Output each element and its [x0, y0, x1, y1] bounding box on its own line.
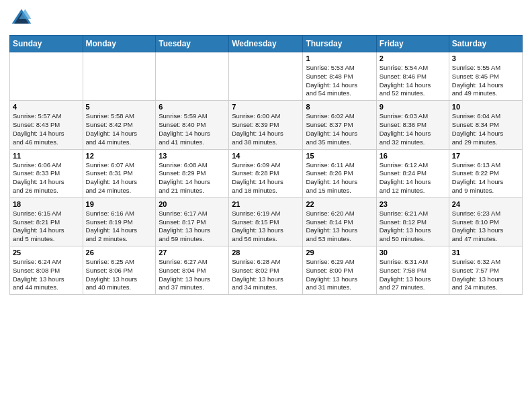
col-header-friday: Friday — [376, 36, 449, 52]
day-cell: 27Sunrise: 6:27 AM Sunset: 8:04 PM Dayli… — [156, 246, 229, 295]
day-info: Sunrise: 5:53 AM Sunset: 8:48 PM Dayligh… — [306, 64, 373, 98]
day-cell: 20Sunrise: 6:17 AM Sunset: 8:17 PM Dayli… — [156, 197, 229, 246]
col-header-tuesday: Tuesday — [156, 36, 229, 52]
day-cell: 7Sunrise: 6:00 AM Sunset: 8:39 PM Daylig… — [229, 101, 303, 149]
day-cell: 10Sunrise: 6:04 AM Sunset: 8:34 PM Dayli… — [449, 101, 522, 149]
day-info: Sunrise: 6:13 AM Sunset: 8:22 PM Dayligh… — [452, 161, 519, 195]
day-info: Sunrise: 6:23 AM Sunset: 8:10 PM Dayligh… — [452, 210, 519, 244]
day-cell: 26Sunrise: 6:25 AM Sunset: 8:06 PM Dayli… — [83, 246, 156, 295]
day-cell: 28Sunrise: 6:28 AM Sunset: 8:02 PM Dayli… — [229, 246, 303, 295]
day-number: 27 — [159, 248, 226, 257]
day-cell: 31Sunrise: 6:32 AM Sunset: 7:57 PM Dayli… — [449, 246, 522, 295]
day-number: 22 — [306, 200, 373, 208]
col-header-saturday: Saturday — [449, 36, 522, 52]
day-cell: 22Sunrise: 6:20 AM Sunset: 8:14 PM Dayli… — [303, 197, 376, 246]
day-cell: 4Sunrise: 5:57 AM Sunset: 8:43 PM Daylig… — [10, 101, 83, 149]
day-number: 10 — [452, 103, 519, 111]
day-info: Sunrise: 6:09 AM Sunset: 8:28 PM Dayligh… — [232, 161, 300, 195]
day-number: 6 — [159, 103, 226, 111]
day-info: Sunrise: 6:16 AM Sunset: 8:19 PM Dayligh… — [86, 210, 153, 244]
week-row-2: 4Sunrise: 5:57 AM Sunset: 8:43 PM Daylig… — [10, 101, 523, 149]
logo — [9, 7, 36, 31]
header — [9, 7, 523, 31]
day-number: 12 — [86, 152, 153, 160]
day-cell — [10, 52, 83, 101]
day-number: 23 — [380, 200, 446, 208]
day-info: Sunrise: 6:25 AM Sunset: 8:06 PM Dayligh… — [86, 258, 153, 292]
day-cell: 16Sunrise: 6:12 AM Sunset: 8:24 PM Dayli… — [376, 149, 449, 197]
day-cell — [156, 52, 229, 101]
col-header-wednesday: Wednesday — [229, 36, 303, 52]
day-number: 14 — [232, 152, 300, 160]
week-row-3: 11Sunrise: 6:06 AM Sunset: 8:33 PM Dayli… — [10, 149, 523, 197]
day-cell: 29Sunrise: 6:29 AM Sunset: 8:00 PM Dayli… — [303, 246, 376, 295]
day-cell: 24Sunrise: 6:23 AM Sunset: 8:10 PM Dayli… — [449, 197, 522, 246]
day-number: 13 — [159, 152, 226, 160]
day-cell: 1Sunrise: 5:53 AM Sunset: 8:48 PM Daylig… — [303, 52, 376, 101]
calendar-header-row: SundayMondayTuesdayWednesdayThursdayFrid… — [10, 36, 523, 52]
day-number: 4 — [13, 103, 80, 111]
day-info: Sunrise: 6:20 AM Sunset: 8:14 PM Dayligh… — [306, 210, 373, 244]
day-cell: 25Sunrise: 6:24 AM Sunset: 8:08 PM Dayli… — [10, 246, 83, 295]
day-info: Sunrise: 6:08 AM Sunset: 8:29 PM Dayligh… — [159, 161, 226, 195]
week-row-5: 25Sunrise: 6:24 AM Sunset: 8:08 PM Dayli… — [10, 246, 523, 295]
day-info: Sunrise: 6:17 AM Sunset: 8:17 PM Dayligh… — [159, 210, 226, 244]
day-cell: 21Sunrise: 6:19 AM Sunset: 8:15 PM Dayli… — [229, 197, 303, 246]
day-info: Sunrise: 6:21 AM Sunset: 8:12 PM Dayligh… — [380, 210, 446, 244]
day-info: Sunrise: 6:27 AM Sunset: 8:04 PM Dayligh… — [159, 258, 226, 292]
day-number: 2 — [380, 54, 446, 62]
day-info: Sunrise: 5:59 AM Sunset: 8:40 PM Dayligh… — [159, 112, 226, 146]
day-info: Sunrise: 5:57 AM Sunset: 8:43 PM Dayligh… — [13, 112, 80, 146]
day-info: Sunrise: 6:31 AM Sunset: 7:58 PM Dayligh… — [380, 258, 446, 292]
week-row-4: 18Sunrise: 6:15 AM Sunset: 8:21 PM Dayli… — [10, 197, 523, 246]
day-info: Sunrise: 6:07 AM Sunset: 8:31 PM Dayligh… — [86, 161, 153, 195]
day-info: Sunrise: 6:24 AM Sunset: 8:08 PM Dayligh… — [13, 258, 80, 292]
day-info: Sunrise: 6:12 AM Sunset: 8:24 PM Dayligh… — [380, 161, 446, 195]
day-cell: 15Sunrise: 6:11 AM Sunset: 8:26 PM Dayli… — [303, 149, 376, 197]
day-cell: 12Sunrise: 6:07 AM Sunset: 8:31 PM Dayli… — [83, 149, 156, 197]
day-cell: 11Sunrise: 6:06 AM Sunset: 8:33 PM Dayli… — [10, 149, 83, 197]
col-header-thursday: Thursday — [303, 36, 376, 52]
day-info: Sunrise: 5:58 AM Sunset: 8:42 PM Dayligh… — [86, 112, 153, 146]
day-info: Sunrise: 6:06 AM Sunset: 8:33 PM Dayligh… — [13, 161, 80, 195]
day-info: Sunrise: 5:54 AM Sunset: 8:46 PM Dayligh… — [380, 64, 446, 98]
day-info: Sunrise: 6:15 AM Sunset: 8:21 PM Dayligh… — [13, 210, 80, 244]
day-info: Sunrise: 6:11 AM Sunset: 8:26 PM Dayligh… — [306, 161, 373, 195]
day-number: 8 — [306, 103, 373, 111]
day-info: Sunrise: 6:03 AM Sunset: 8:36 PM Dayligh… — [380, 112, 446, 146]
day-number: 17 — [452, 152, 519, 160]
day-number: 24 — [452, 200, 519, 208]
day-info: Sunrise: 6:32 AM Sunset: 7:57 PM Dayligh… — [452, 258, 519, 292]
day-number: 26 — [86, 248, 153, 257]
day-number: 1 — [306, 54, 373, 62]
day-number: 11 — [13, 152, 80, 160]
logo-icon — [9, 7, 34, 31]
page-container: SundayMondayTuesdayWednesdayThursdayFrid… — [0, 0, 532, 299]
day-cell: 8Sunrise: 6:02 AM Sunset: 8:37 PM Daylig… — [303, 101, 376, 149]
day-cell: 13Sunrise: 6:08 AM Sunset: 8:29 PM Dayli… — [156, 149, 229, 197]
day-cell: 19Sunrise: 6:16 AM Sunset: 8:19 PM Dayli… — [83, 197, 156, 246]
day-number: 19 — [86, 200, 153, 208]
day-cell: 9Sunrise: 6:03 AM Sunset: 8:36 PM Daylig… — [376, 101, 449, 149]
day-info: Sunrise: 6:19 AM Sunset: 8:15 PM Dayligh… — [232, 210, 300, 244]
day-number: 31 — [452, 248, 519, 257]
day-number: 7 — [232, 103, 300, 111]
week-row-1: 1Sunrise: 5:53 AM Sunset: 8:48 PM Daylig… — [10, 52, 523, 101]
day-info: Sunrise: 6:04 AM Sunset: 8:34 PM Dayligh… — [452, 112, 519, 146]
day-number: 20 — [159, 200, 226, 208]
day-cell: 30Sunrise: 6:31 AM Sunset: 7:58 PM Dayli… — [376, 246, 449, 295]
day-number: 3 — [452, 54, 519, 62]
day-cell — [229, 52, 303, 101]
day-cell: 14Sunrise: 6:09 AM Sunset: 8:28 PM Dayli… — [229, 149, 303, 197]
day-info: Sunrise: 6:28 AM Sunset: 8:02 PM Dayligh… — [232, 258, 300, 292]
day-number: 29 — [306, 248, 373, 257]
calendar-table: SundayMondayTuesdayWednesdayThursdayFrid… — [9, 35, 523, 295]
day-info: Sunrise: 6:00 AM Sunset: 8:39 PM Dayligh… — [232, 112, 300, 146]
day-number: 16 — [380, 152, 446, 160]
day-cell — [83, 52, 156, 101]
col-header-sunday: Sunday — [10, 36, 83, 52]
day-number: 21 — [232, 200, 300, 208]
day-number: 18 — [13, 200, 80, 208]
day-cell: 2Sunrise: 5:54 AM Sunset: 8:46 PM Daylig… — [376, 52, 449, 101]
day-cell: 17Sunrise: 6:13 AM Sunset: 8:22 PM Dayli… — [449, 149, 522, 197]
